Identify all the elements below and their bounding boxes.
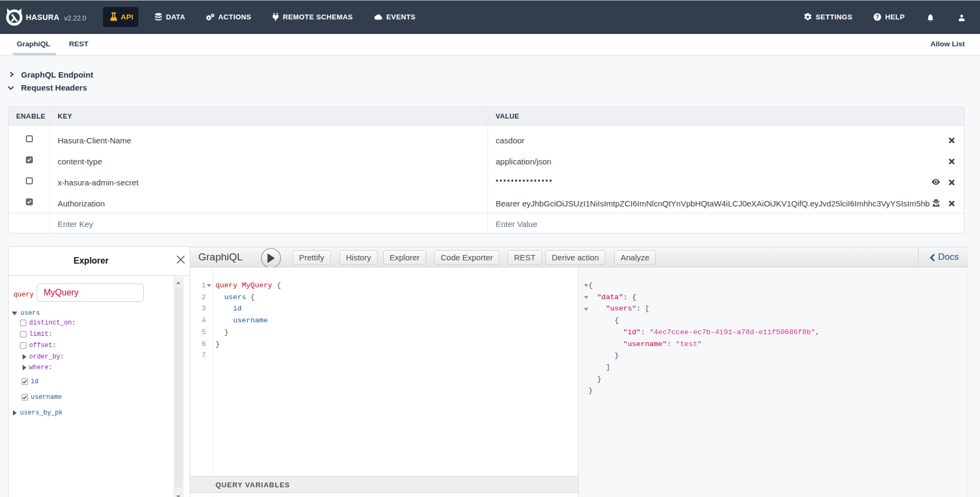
svg-text:?: ? [875, 13, 879, 20]
